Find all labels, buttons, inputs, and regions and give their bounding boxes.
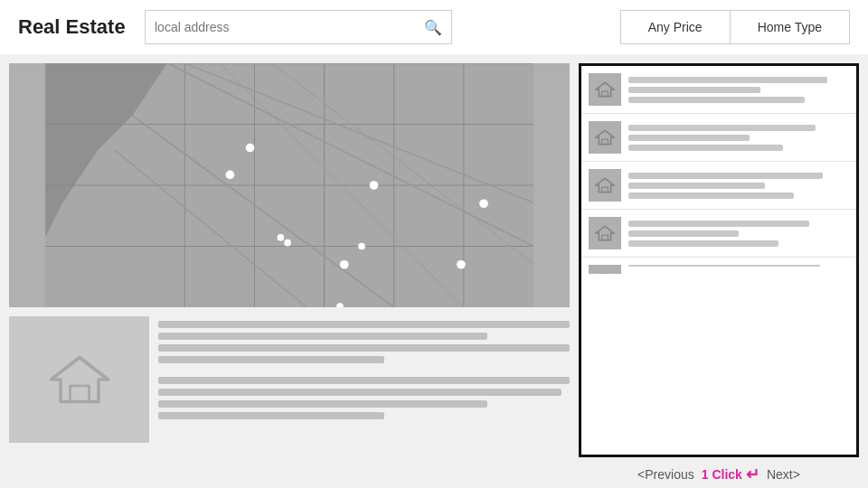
listing-line xyxy=(628,240,778,247)
svg-point-19 xyxy=(370,181,379,190)
listing-line xyxy=(628,87,760,93)
detail-line-4 xyxy=(158,356,384,363)
listings-container xyxy=(579,63,859,457)
listing-icon-3 xyxy=(589,169,621,202)
detail-text-bottom xyxy=(158,377,570,419)
listing-item[interactable] xyxy=(581,66,856,114)
current-page-label: 1 Click xyxy=(702,467,742,482)
right-panel: <Previous 1 Click ↵ Next> xyxy=(579,54,868,488)
listing-lines-4 xyxy=(628,217,849,249)
app-header: Real Estate 🔍 Any Price Home Type xyxy=(0,0,868,54)
detail-line-5 xyxy=(158,377,570,384)
listing-icon-1 xyxy=(589,73,621,106)
app-title: Real Estate xyxy=(18,15,127,39)
listing-item[interactable] xyxy=(581,162,856,210)
detail-line-6 xyxy=(158,389,561,396)
svg-point-18 xyxy=(226,171,235,180)
click-arrow-icon: ↵ xyxy=(746,465,760,484)
next-page-button[interactable]: Next> xyxy=(767,467,800,482)
home-type-filter-button[interactable]: Home Type xyxy=(730,10,850,44)
detail-text-top xyxy=(158,321,570,363)
detail-line-2 xyxy=(158,333,487,340)
prev-page-button[interactable]: <Previous xyxy=(637,467,694,482)
listing-line xyxy=(628,221,809,227)
search-bar: 🔍 xyxy=(145,10,452,44)
listing-line xyxy=(628,145,783,151)
svg-point-24 xyxy=(284,239,291,247)
listing-lines-5 xyxy=(628,265,849,267)
price-filter-button[interactable]: Any Price xyxy=(620,10,730,44)
detail-text xyxy=(158,316,570,479)
svg-marker-33 xyxy=(596,130,614,144)
listing-icon-5 xyxy=(589,265,621,274)
current-page: 1 Click ↵ xyxy=(702,465,760,484)
listing-line xyxy=(628,97,805,103)
listing-line xyxy=(628,173,823,179)
listing-line xyxy=(628,192,794,199)
listing-line xyxy=(628,230,739,237)
listing-line xyxy=(628,183,765,189)
home-icon xyxy=(48,348,111,411)
listing-line xyxy=(628,265,820,267)
pagination: <Previous 1 Click ↵ Next> xyxy=(579,457,859,488)
listing-line xyxy=(628,77,827,83)
listing-icon-2 xyxy=(589,121,621,154)
listing-item[interactable] xyxy=(581,210,856,258)
filter-buttons: Any Price Home Type xyxy=(620,10,850,44)
listing-lines-3 xyxy=(628,169,849,202)
detail-row xyxy=(9,316,570,479)
svg-point-20 xyxy=(479,199,488,208)
svg-marker-35 xyxy=(596,178,614,192)
listing-icon-4 xyxy=(589,217,621,249)
detail-line-8 xyxy=(158,412,384,419)
listing-lines-2 xyxy=(628,121,849,154)
svg-rect-30 xyxy=(70,386,89,402)
search-input[interactable] xyxy=(155,20,424,34)
listing-item[interactable] xyxy=(581,114,856,162)
search-button[interactable]: 🔍 xyxy=(424,19,442,36)
map-svg xyxy=(9,63,570,307)
detail-line-1 xyxy=(158,321,570,328)
svg-marker-29 xyxy=(51,358,108,402)
svg-point-23 xyxy=(278,234,285,241)
svg-marker-31 xyxy=(596,82,614,96)
detail-line-3 xyxy=(158,344,570,352)
main-content: <Previous 1 Click ↵ Next> xyxy=(0,54,868,488)
svg-point-25 xyxy=(358,243,365,250)
svg-marker-37 xyxy=(596,226,614,239)
svg-point-22 xyxy=(457,260,466,269)
left-panel xyxy=(0,54,579,488)
detail-image xyxy=(9,316,149,443)
listing-item-partial[interactable] xyxy=(581,258,856,274)
listing-lines-1 xyxy=(628,73,849,106)
detail-line-7 xyxy=(158,400,487,408)
svg-point-21 xyxy=(340,260,349,269)
svg-point-17 xyxy=(246,144,255,153)
map-container[interactable] xyxy=(9,63,570,307)
listing-line xyxy=(628,135,750,141)
listing-line xyxy=(628,125,816,131)
